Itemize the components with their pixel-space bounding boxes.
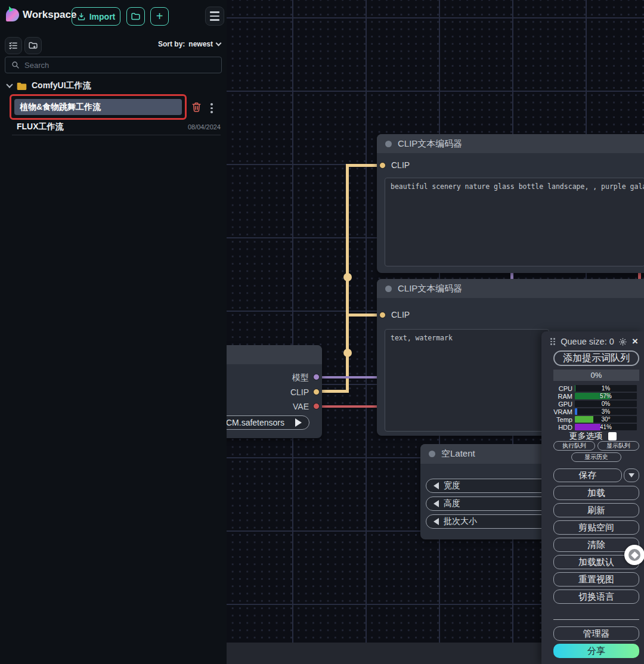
menu-button[interactable]: 重置视图: [553, 572, 639, 587]
close-icon[interactable]: ×: [632, 336, 638, 347]
import-button[interactable]: Import: [72, 7, 120, 26]
dropdown-arrow-icon: [628, 473, 634, 477]
prompt-textarea[interactable]: beautiful scenery nature glass bottle la…: [385, 178, 644, 266]
width-widget[interactable]: 宽度: [426, 479, 551, 493]
settings-gear-icon[interactable]: [618, 337, 627, 346]
stat-row: HDD 41%: [546, 423, 641, 431]
stat-bar: 41%: [575, 424, 637, 430]
clip-output-port[interactable]: [313, 389, 320, 395]
more-options-checkbox[interactable]: [608, 432, 617, 440]
clip-text-encode-positive-node[interactable]: CLIP文本编码器 beautiful scenery nature glass…: [377, 134, 644, 273]
menu-button[interactable]: 加载: [553, 486, 639, 500]
more-options-row: 更多选项: [541, 431, 644, 442]
stat-row: CPU 1%: [546, 384, 641, 392]
new-folder-button[interactable]: [24, 37, 42, 54]
chevron-down-icon: [216, 41, 222, 46]
progress-bar: 0%: [553, 370, 639, 381]
menu-button[interactable]: 剪贴空间: [553, 520, 639, 535]
stat-bar: 1%: [575, 385, 637, 392]
menu-button[interactable]: 刷新: [553, 503, 639, 517]
more-options-icon[interactable]: [208, 101, 215, 115]
batch-size-widget[interactable]: 批次大小: [426, 514, 551, 529]
import-label: Import: [89, 12, 116, 21]
stat-label: RAM: [546, 393, 574, 400]
node-title: 空Latent: [441, 448, 475, 460]
node-collapse-dot[interactable]: [385, 141, 392, 147]
wire-reroute-dot[interactable]: [343, 273, 352, 281]
model-output-label: 模型: [267, 373, 309, 383]
workflow-rename-input[interactable]: [14, 99, 182, 115]
plus-icon: +: [156, 10, 163, 23]
wire-reroute-dot[interactable]: [343, 349, 352, 357]
stat-bar: 3%: [575, 408, 637, 415]
search-input[interactable]: [24, 61, 215, 70]
show-history-button[interactable]: 显示历史: [571, 452, 621, 462]
node-title: CLIP文本编码器: [398, 138, 462, 150]
import-icon: [77, 12, 86, 21]
workflow-date: 08/04/2024: [188, 123, 221, 131]
stat-row: Temp 30°: [546, 415, 641, 423]
stat-bar: 57%: [575, 393, 637, 399]
run-queue-button[interactable]: 执行队列: [553, 441, 595, 451]
selected-workflow-highlight: [10, 94, 187, 120]
divider: [12, 135, 221, 135]
save-dropdown-button[interactable]: [624, 468, 639, 482]
widget-label: 批次大小: [444, 516, 477, 527]
checklist-icon: [8, 41, 18, 51]
stat-label: Temp: [546, 416, 574, 423]
ckpt-name-widget[interactable]: CM.safetensors: [218, 415, 309, 430]
search-box[interactable]: [5, 57, 222, 73]
clip-input-port[interactable]: [379, 162, 386, 169]
vae-output-port[interactable]: [313, 403, 320, 409]
manager-button[interactable]: 管理器: [553, 626, 639, 641]
floating-tool-button[interactable]: [624, 545, 644, 565]
sort-control[interactable]: Sort by: newest: [158, 40, 221, 48]
brand-name: Workspace: [23, 9, 76, 21]
delete-icon[interactable]: [191, 101, 202, 113]
more-options-label: 更多选项: [569, 431, 603, 442]
stat-value: 1%: [575, 385, 637, 392]
empty-latent-node[interactable]: 空Latent 宽度 高度 批次大小: [420, 444, 555, 539]
system-stats: CPU 1% RAM 57% GPU: [546, 384, 641, 431]
height-widget[interactable]: 高度: [426, 497, 551, 511]
stat-value: 41%: [575, 424, 637, 430]
menu-button[interactable]: 切换语言: [553, 589, 639, 604]
stat-row: VRAM 3%: [546, 408, 641, 415]
comfyui-workspace-app: CLIP文本编码器 beautiful scenery nature glass…: [0, 0, 644, 664]
batch-select-button[interactable]: [5, 37, 22, 54]
stat-row: RAM 57%: [546, 392, 641, 400]
new-workflow-button[interactable]: +: [150, 7, 169, 26]
workflow-name: FLUX工作流: [17, 122, 64, 132]
decrement-arrow-icon[interactable]: [434, 518, 439, 525]
folder-name: ComfyUI工作流: [32, 80, 91, 91]
save-button[interactable]: 保存: [553, 468, 622, 482]
node-collapse-dot[interactable]: [385, 286, 392, 292]
panel-header: Queue size: 0 ×: [546, 335, 640, 348]
share-button[interactable]: 分享: [553, 644, 639, 658]
show-queue-button[interactable]: 显示队列: [597, 441, 639, 451]
decrement-arrow-icon[interactable]: [434, 482, 439, 489]
clip-input-label: CLIP: [391, 310, 410, 319]
menu-button[interactable]: [205, 7, 224, 26]
node-title-bar[interactable]: CLIP文本编码器: [377, 279, 644, 298]
node-collapse-dot[interactable]: [429, 451, 435, 457]
workflow-item-flux[interactable]: FLUX工作流 08/04/2024: [0, 120, 227, 134]
open-folder-button[interactable]: [126, 7, 145, 26]
next-value-arrow-icon[interactable]: [295, 418, 302, 427]
save-row: 保存: [553, 468, 639, 482]
clip-input-port[interactable]: [379, 312, 386, 318]
drag-handle-icon[interactable]: [550, 338, 556, 345]
chevron-down-icon[interactable]: [6, 81, 13, 88]
workflow-folder-row[interactable]: ComfyUI工作流: [0, 80, 227, 92]
node-title-bar[interactable]: 空Latent: [420, 444, 555, 464]
node-title-bar[interactable]: CLIP文本编码器: [377, 134, 644, 153]
prompt-textarea[interactable]: text, watermark: [385, 329, 549, 432]
folder-icon: [17, 82, 27, 91]
model-output-port[interactable]: [313, 374, 320, 380]
stat-label: GPU: [546, 401, 574, 408]
decrement-arrow-icon[interactable]: [434, 500, 439, 507]
menu-buttons: 加载 刷新 剪贴空间 清除 加载默认 重置视图 切换语言: [553, 486, 639, 604]
diamond-icon: [631, 551, 639, 559]
queue-prompt-button[interactable]: 添加提示词队列: [553, 350, 639, 366]
stat-value: 30°: [575, 416, 637, 423]
